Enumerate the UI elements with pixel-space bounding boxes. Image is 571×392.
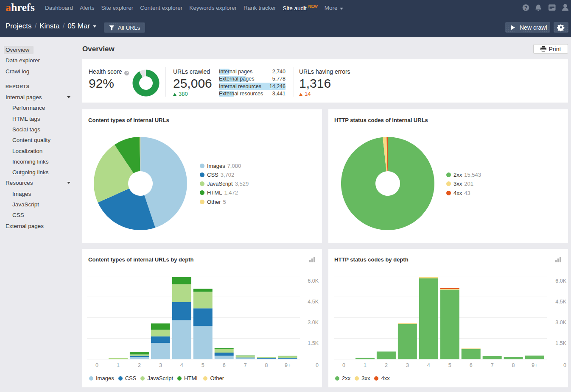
svg-text:7: 7 (244, 362, 247, 368)
svg-text:1: 1 (117, 362, 120, 368)
svg-text:3.0K: 3.0K (308, 320, 319, 325)
svg-text:1.5K: 1.5K (555, 340, 566, 346)
svg-text:6: 6 (223, 362, 226, 368)
svg-text:4.5K: 4.5K (308, 299, 319, 305)
svg-text:5: 5 (202, 362, 204, 368)
svg-text:6: 6 (470, 362, 473, 368)
svg-text:2: 2 (385, 362, 388, 368)
svg-text:0: 0 (563, 362, 566, 368)
svg-text:6.0K: 6.0K (308, 278, 319, 284)
svg-text:9+: 9+ (532, 362, 537, 368)
svg-text:3: 3 (406, 362, 409, 368)
svg-text:?: ? (524, 5, 527, 11)
svg-text:0: 0 (342, 362, 345, 368)
svg-text:4: 4 (180, 362, 183, 368)
svg-text:8: 8 (265, 362, 268, 368)
svg-text:0: 0 (95, 362, 98, 368)
svg-text:6.0K: 6.0K (555, 278, 566, 284)
svg-text:8: 8 (512, 362, 515, 368)
svg-text:0: 0 (316, 362, 319, 368)
svg-text:9+: 9+ (285, 362, 291, 368)
svg-text:4.5K: 4.5K (555, 299, 566, 305)
svg-text:1: 1 (364, 362, 367, 368)
svg-text:7: 7 (491, 362, 494, 368)
svg-text:4: 4 (427, 362, 430, 368)
svg-text:3.0K: 3.0K (555, 320, 566, 325)
svg-text:1.5K: 1.5K (308, 340, 319, 346)
svg-text:5: 5 (448, 362, 451, 368)
svg-text:3: 3 (159, 362, 162, 368)
svg-text:2: 2 (138, 362, 141, 368)
